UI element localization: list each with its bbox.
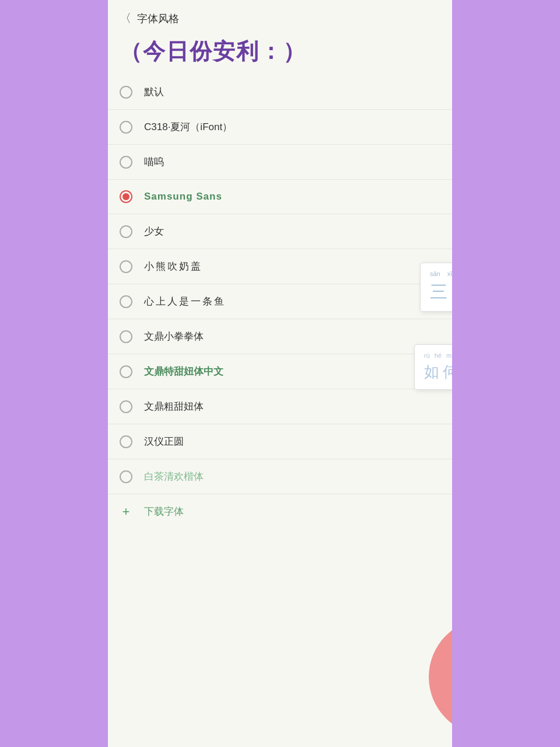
list-item[interactable]: 喵呜 [108,145,452,180]
char-san: 三 [430,280,447,304]
chars-row-howto: 如 何 免 费 换 字 体 [424,362,452,382]
font-label: 喵呜 [144,155,164,169]
radio-button[interactable] [120,470,132,483]
tooltip-howto: rú hé miǎn fèi huàn zì tǐ 如 何 免 费 换 字 体 [414,344,452,390]
pinyin-san: sān [430,270,440,278]
list-item[interactable]: C318·夏河（iFont） [108,110,452,145]
list-item[interactable]: Samsung Sans [108,180,452,214]
back-button[interactable]: 〈 [120,11,131,26]
list-item[interactable]: 白茶清欢楷体 [108,459,452,494]
list-item[interactable]: 心上人是一条鱼 [108,284,452,319]
font-label: 少女 [144,225,164,238]
font-label: C318·夏河（iFont） [144,120,232,134]
font-label: 文鼎粗甜妞体 [144,400,204,413]
radio-button[interactable] [120,295,132,308]
phone-panel: 〈 字体风格 （今日份安利：） 默认 C318·夏河（iFont） 喵呜 [108,0,452,747]
p2: hé [435,352,442,359]
font-label: 默认 [144,85,164,99]
radio-button[interactable] [120,121,132,134]
list-item[interactable]: 少女 [108,214,452,249]
radio-inner [123,193,130,200]
pinyin-xing: xīng [447,270,452,278]
list-item[interactable]: 小熊吹奶盖 [108,249,452,284]
tooltip-samsung: sān xīng shǒu jī 三 星 手 机 [420,263,452,312]
font-label: 汉仪正圆 [144,435,184,448]
pinyin-row-howto: rú hé miǎn fèi huàn zì tǐ [424,352,452,359]
radio-button-selected[interactable] [120,190,132,203]
background: 〈 字体风格 （今日份安利：） 默认 C318·夏河（iFont） 喵呜 [0,0,560,747]
radio-button[interactable] [120,260,132,273]
font-label: 心上人是一条鱼 [144,295,226,308]
download-fonts-label: 下载字体 [144,505,184,518]
promo-text: （今日份安利：） [120,37,440,67]
radio-button[interactable] [120,330,132,343]
radio-button[interactable] [120,86,132,99]
list-item[interactable]: 文鼎小拳拳体 [108,319,452,354]
promo-banner: （今日份安利：） [108,32,452,75]
list-item[interactable]: 文鼎粗甜妞体 [108,389,452,424]
list-item[interactable]: 汉仪正圆 [108,424,452,459]
font-label: 小熊吹奶盖 [144,260,202,273]
list-item[interactable]: 文鼎特甜妞体中文 [108,354,452,389]
smiley-svg [440,639,452,715]
page-title: 字体风格 [137,12,179,26]
header: 〈 字体风格 [108,0,452,32]
list-item[interactable]: 默认 [108,75,452,110]
radio-button[interactable] [120,225,132,238]
chars-row-samsung: 三 星 手 机 [430,280,452,304]
p1: rú [424,352,430,359]
radio-button[interactable] [120,435,132,448]
radio-button[interactable] [120,156,132,169]
font-label: Samsung Sans [144,191,222,203]
radio-button[interactable] [120,365,132,378]
c2: 何 [443,362,452,382]
pinyin-row-samsung: sān xīng shǒu jī [430,270,452,278]
font-label: 白茶清欢楷体 [144,470,204,483]
smiley-decoration [429,619,452,735]
font-label: 文鼎小拳拳体 [144,330,204,343]
c1: 如 [424,362,439,382]
font-label: 文鼎特甜妞体中文 [144,365,223,378]
download-fonts-item[interactable]: + 下载字体 [108,494,452,529]
plus-icon: + [120,505,132,518]
p3: miǎn [446,352,452,359]
radio-button[interactable] [120,400,132,413]
font-list: 默认 C318·夏河（iFont） 喵呜 Samsung Sans [108,75,452,529]
